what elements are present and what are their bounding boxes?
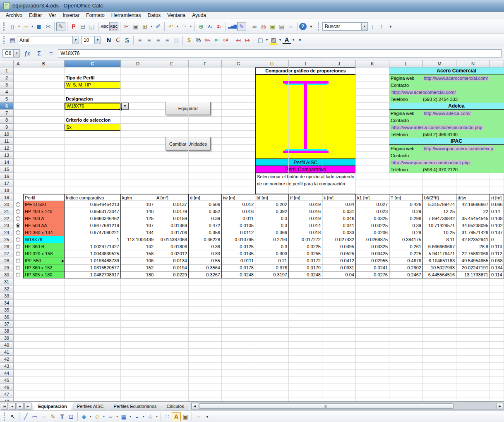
increase-indent-icon[interactable]: ↦ bbox=[243, 36, 252, 45]
cell-e23[interactable]: 0.01369 bbox=[155, 222, 189, 229]
undo-icon-dropdown[interactable]: ▾ bbox=[175, 22, 180, 31]
cell-c29[interactable]: 1.0315520577 bbox=[65, 264, 121, 271]
column-header-h[interactable]: H bbox=[255, 60, 289, 67]
callout-shapes-icon-dropdown[interactable]: ▾ bbox=[142, 412, 146, 421]
cell-c20[interactable]: 0.9546454213 bbox=[65, 201, 121, 208]
cell-d20[interactable]: 107 bbox=[121, 201, 155, 208]
cell-j24[interactable]: 0.033 bbox=[322, 229, 356, 236]
cell-b21[interactable]: HP 400 x 140 bbox=[23, 208, 65, 215]
sheet-tab-previous-icon[interactable]: ◀ bbox=[9, 403, 16, 410]
stars-icon[interactable]: ☆ bbox=[146, 412, 155, 421]
cell-i23[interactable]: 0.014 bbox=[289, 222, 322, 229]
cell-n28[interactable]: 49.54954955 bbox=[456, 257, 490, 264]
contact-row[interactable]: Teléfono(593 2) 2454 333 bbox=[389, 96, 504, 103]
cell-m22[interactable]: 7.894736842 bbox=[423, 215, 456, 222]
cell-grid[interactable]: Tipo de Perfil W, S, M, HP Designacion W… bbox=[14, 67, 504, 401]
contact-link[interactable]: http://www.ipac-acero.com/contact.php bbox=[391, 160, 470, 165]
cell-f26[interactable]: 0.36 bbox=[189, 243, 222, 250]
gallery-icon[interactable]: ▣ bbox=[268, 22, 277, 31]
cell-f23[interactable]: 0.472 bbox=[189, 222, 222, 229]
cell-l30[interactable]: 0.2467 bbox=[389, 271, 423, 278]
zoom-icon[interactable]: ○ bbox=[286, 22, 295, 31]
cell-i20[interactable]: 0.019 bbox=[289, 201, 322, 208]
sum-icon[interactable]: Σ bbox=[34, 49, 44, 58]
sheet-tab-first-icon[interactable]: |◀ bbox=[1, 403, 8, 410]
cell-b29[interactable]: HP 360 x 152 bbox=[23, 264, 65, 271]
profile-radio-row-20[interactable] bbox=[16, 202, 20, 207]
undo-icon[interactable]: ↶ bbox=[166, 22, 175, 31]
currency-format-icon[interactable]: $ bbox=[185, 36, 194, 45]
sort-ascending-icon[interactable]: A↓ bbox=[206, 22, 215, 31]
cell-tipo-de-perfil-label[interactable]: Tipo de Perfil bbox=[65, 74, 121, 82]
contact-row[interactable]: Contacto bbox=[389, 152, 504, 159]
cell-l29[interactable]: 0.2902 bbox=[389, 264, 423, 271]
data-sources-icon[interactable]: ▤ bbox=[277, 22, 286, 31]
cell-b22[interactable]: HE 400 A bbox=[23, 215, 65, 222]
profile-radio-row-25[interactable] bbox=[16, 237, 20, 242]
align-justify-icon[interactable]: ≡ bbox=[163, 36, 172, 45]
open-icon[interactable]: ▱ bbox=[21, 22, 30, 31]
ellipse-icon[interactable]: ○ bbox=[39, 412, 48, 421]
column-header-e[interactable]: E bbox=[155, 60, 189, 67]
row-header-22[interactable]: 22 bbox=[0, 215, 14, 222]
email-icon[interactable]: ✉ bbox=[43, 22, 53, 31]
cell-c27[interactable]: 1.0043839525 bbox=[65, 250, 121, 257]
contact-header-acero-comercial[interactable]: Acero Comercial bbox=[389, 67, 504, 74]
row-header-12[interactable]: 12 bbox=[0, 145, 14, 152]
font-name-select[interactable]: Arial ▼ bbox=[17, 36, 79, 44]
points-icon[interactable]: ∷ bbox=[163, 412, 172, 421]
formula-input[interactable]: W18X76 bbox=[58, 49, 502, 58]
cell-b27[interactable]: HD 320 x 158 bbox=[23, 250, 65, 257]
cell-k29[interactable]: 0.0241 bbox=[356, 264, 389, 271]
table-header-5[interactable]: d [m] bbox=[189, 194, 222, 201]
print-icon[interactable]: ⊟ bbox=[78, 22, 87, 31]
symbol-shapes-icon-dropdown[interactable]: ▾ bbox=[102, 412, 106, 421]
sheet-tab-perfiles-ecuatorianos[interactable]: Perfiles Ecuatorianos bbox=[107, 402, 163, 410]
name-box-dropdown-icon[interactable]: ▼ bbox=[13, 50, 19, 57]
background-color-icon[interactable]: ▨ bbox=[269, 36, 278, 45]
toolbar-grip[interactable] bbox=[4, 412, 6, 421]
cell-n25[interactable]: 42.82352941 bbox=[456, 236, 490, 243]
sheet-tab-cálculos[interactable]: Cálculos bbox=[160, 402, 190, 410]
percent-format-icon[interactable]: % bbox=[194, 36, 203, 45]
sheet-tab-next-icon[interactable]: ▶ bbox=[17, 403, 24, 410]
cell-o24[interactable]: 0.137 bbox=[490, 229, 504, 236]
row-header-28[interactable]: 28 bbox=[0, 257, 14, 264]
menu-insertar[interactable]: Insertar bbox=[59, 12, 83, 19]
cell-b30[interactable]: HP 305 x 180 bbox=[23, 271, 65, 278]
profile-radio-row-27[interactable] bbox=[16, 252, 20, 256]
decrease-indent-icon[interactable]: ↤ bbox=[234, 36, 243, 45]
cell-d23[interactable]: 107 bbox=[121, 222, 155, 229]
basic-shapes-icon[interactable]: ◆ bbox=[79, 412, 89, 421]
cell-k23[interactable]: 0.03225 bbox=[356, 222, 389, 229]
cell-h27[interactable]: 0.303 bbox=[255, 250, 289, 257]
name-box[interactable]: C6 ▼ bbox=[2, 49, 20, 58]
align-center-icon[interactable]: ≡ bbox=[144, 36, 154, 45]
table-header-7[interactable]: bf [m] bbox=[255, 194, 289, 201]
spellcheck-icon[interactable]: ABC bbox=[100, 22, 109, 31]
cell-f25[interactable]: 0.46228 bbox=[189, 236, 222, 243]
row-header-42[interactable]: 42 bbox=[0, 356, 14, 363]
cell-d21[interactable]: 140 bbox=[121, 208, 155, 215]
cell-b20[interactable]: IPE O 500 bbox=[23, 201, 65, 208]
row-header-27[interactable]: 27 bbox=[0, 250, 14, 257]
cell-d24[interactable]: 134 bbox=[121, 229, 155, 236]
cell-g20[interactable]: 0.012 bbox=[222, 201, 255, 208]
cell-g29[interactable]: 0.0178 bbox=[222, 264, 255, 271]
autospellcheck-icon[interactable]: ABC bbox=[109, 22, 118, 31]
row-header-13[interactable]: 13 bbox=[0, 152, 14, 159]
italic-icon[interactable]: C bbox=[113, 36, 122, 45]
profile-radio-row-24[interactable] bbox=[16, 230, 20, 235]
new-document-icon[interactable]: ▯ bbox=[8, 22, 17, 31]
cell-l25[interactable]: 0.384175 bbox=[389, 236, 423, 243]
cell-c22[interactable]: 0.9660346462 bbox=[65, 215, 121, 222]
row-header-6[interactable]: 6 bbox=[0, 103, 14, 110]
cell-c30[interactable]: 1.0482708917 bbox=[65, 271, 121, 278]
search-dropdown-icon[interactable]: ▼ bbox=[361, 23, 367, 30]
menu-datos[interactable]: Datos bbox=[144, 12, 164, 19]
cell-h30[interactable]: 0.3197 bbox=[255, 271, 289, 278]
row-header-3[interactable]: 3 bbox=[0, 82, 14, 89]
callout-shapes-icon[interactable]: ◒ bbox=[132, 412, 142, 421]
symbol-shapes-icon[interactable]: ☺ bbox=[93, 412, 102, 421]
row-header-18[interactable]: 18 bbox=[0, 187, 14, 194]
